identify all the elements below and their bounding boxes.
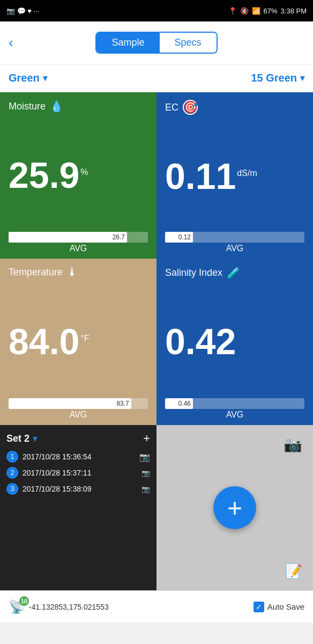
ec-unit: dS/m bbox=[237, 169, 257, 178]
footer-right: ✓ Auto Save bbox=[254, 602, 304, 612]
salinity-icon: 🧪 bbox=[227, 266, 240, 279]
header: ‹ Sample Specs bbox=[0, 21, 313, 64]
list-item: 3 2017/10/28 15:38:09 📷 bbox=[6, 483, 150, 495]
moisture-number: 25.9 bbox=[9, 155, 79, 195]
salinity-number: 0.42 bbox=[165, 321, 236, 362]
set-chevron-icon: ▾ bbox=[33, 434, 37, 444]
moisture-label: Moisture bbox=[9, 101, 46, 112]
temperature-avg-value: 83.7 bbox=[116, 400, 129, 407]
camera-icon-3[interactable]: 📷 bbox=[141, 485, 150, 493]
auto-save-checkbox[interactable]: ✓ bbox=[254, 602, 264, 612]
bottom-right-panel: 📷 + 📝 bbox=[156, 425, 313, 590]
sample-date-3: 2017/10/28 15:38:09 bbox=[23, 485, 137, 493]
salinity-bar-fill: 0.46 bbox=[165, 398, 193, 409]
data-grid: Moisture 💧 25.9% 26.7 AVG EC 🎯 0.11dS/m bbox=[0, 92, 313, 425]
temperature-number: 84.0 bbox=[9, 321, 79, 362]
check-icon: ✓ bbox=[256, 603, 262, 611]
auto-save-label: Auto Save bbox=[267, 602, 304, 611]
tab-group: Sample Specs bbox=[95, 32, 217, 54]
moisture-value: 25.9% bbox=[9, 157, 88, 193]
salinity-avg-label: AVG bbox=[165, 410, 304, 420]
location-icon-wrap: 📡 10 bbox=[9, 599, 25, 614]
camera-icon-2[interactable]: 📷 bbox=[141, 469, 150, 477]
footer-left: 📡 10 -41.132853,175.021553 bbox=[9, 599, 109, 614]
ec-value-area: 0.11dS/m bbox=[165, 115, 304, 232]
coordinates-label: -41.132853,175.021553 bbox=[29, 603, 109, 611]
temperature-avg-bar: 83.7 bbox=[9, 398, 148, 409]
ec-icon: 🎯 bbox=[183, 100, 198, 115]
location-icon: 📍 bbox=[228, 7, 237, 15]
sample-number-1: 1 bbox=[6, 451, 18, 463]
moisture-value-area: 25.9% bbox=[9, 113, 148, 232]
salinity-value: 0.42 bbox=[165, 323, 236, 360]
temperature-cell: Temperature 🌡 84.0°F 83.7 AVG bbox=[0, 259, 156, 425]
salinity-avg-bar: 0.46 bbox=[165, 398, 304, 409]
sample-number-3: 3 bbox=[6, 483, 18, 495]
filter-green-label: Green bbox=[9, 72, 40, 84]
moisture-title: Moisture 💧 bbox=[9, 100, 148, 113]
back-button[interactable]: ‹ bbox=[9, 34, 13, 51]
sample-date-1: 2017/10/28 15:36:54 bbox=[23, 452, 135, 461]
water-drop-icon: 💧 bbox=[50, 100, 63, 113]
time-label: 3:38 PM bbox=[281, 7, 307, 15]
status-bar: 📷 💬 ♥ ··· 📍 🔇 📶 67% 3:38 PM bbox=[0, 0, 313, 21]
temperature-unit: °F bbox=[80, 334, 89, 343]
sample-list: 1 2017/10/28 15:36:54 📷 2 2017/10/28 15:… bbox=[6, 451, 150, 584]
status-right: 📍 🔇 📶 67% 3:38 PM bbox=[228, 7, 307, 15]
temperature-avg-label: AVG bbox=[9, 410, 148, 420]
ec-avg-bar: 0.12 bbox=[165, 232, 304, 243]
salinity-title: Salinity Index 🧪 bbox=[165, 266, 304, 279]
set-label: Set 2 bbox=[6, 433, 29, 444]
filter-green-selector[interactable]: Green ▾ bbox=[9, 72, 47, 84]
moisture-avg-label: AVG bbox=[9, 244, 148, 253]
filter-15green-label: 15 Green bbox=[251, 72, 297, 84]
temperature-value-area: 84.0°F bbox=[9, 279, 148, 398]
temperature-value: 84.0°F bbox=[9, 323, 90, 360]
salinity-cell: Salinity Index 🧪 0.42 0.46 AVG bbox=[156, 259, 313, 425]
ec-label: EC bbox=[165, 102, 178, 113]
salinity-bottom: 0.46 AVG bbox=[165, 398, 304, 420]
mute-icon: 🔇 bbox=[240, 7, 249, 15]
moisture-unit: % bbox=[80, 167, 88, 177]
ec-number: 0.11 bbox=[165, 156, 236, 196]
camera-icon-1[interactable]: 📷 bbox=[139, 452, 150, 462]
battery-label: 67% bbox=[264, 7, 278, 15]
temperature-bar-fill: 83.7 bbox=[9, 398, 131, 409]
wifi-icon: 📶 bbox=[252, 7, 260, 15]
moisture-bar-fill: 26.7 bbox=[9, 232, 127, 243]
edit-action-icon[interactable]: 📝 bbox=[285, 563, 302, 580]
tab-specs[interactable]: Specs bbox=[160, 33, 217, 53]
ec-title: EC 🎯 bbox=[165, 100, 304, 115]
ec-bottom: 0.12 AVG bbox=[165, 232, 304, 253]
list-item: 2 2017/10/28 15:37:11 📷 bbox=[6, 467, 150, 479]
salinity-label: Salinity Index bbox=[165, 267, 222, 279]
temperature-label: Temperature bbox=[9, 267, 63, 278]
chevron-down-icon-right: ▾ bbox=[300, 73, 304, 83]
bottom-section: Set 2 ▾ + 1 2017/10/28 15:36:54 📷 2 2017… bbox=[0, 425, 313, 590]
sample-date-2: 2017/10/28 15:37:11 bbox=[23, 469, 137, 477]
moisture-avg-bar: 26.7 bbox=[9, 232, 148, 243]
set-panel: Set 2 ▾ + 1 2017/10/28 15:36:54 📷 2 2017… bbox=[0, 425, 156, 590]
temperature-bottom: 83.7 AVG bbox=[9, 398, 148, 420]
camera-action-icon[interactable]: 📷 bbox=[284, 436, 302, 453]
thermometer-icon: 🌡 bbox=[67, 266, 78, 279]
ec-avg-value: 0.12 bbox=[178, 233, 191, 241]
tab-sample[interactable]: Sample bbox=[96, 33, 159, 53]
moisture-avg-value: 26.7 bbox=[113, 233, 125, 241]
filter-15green-selector[interactable]: 15 Green ▾ bbox=[251, 72, 304, 84]
chevron-down-icon: ▾ bbox=[43, 73, 47, 83]
list-item: 1 2017/10/28 15:36:54 📷 bbox=[6, 451, 150, 463]
ec-bar-fill: 0.12 bbox=[165, 232, 193, 243]
add-set-button[interactable]: + bbox=[143, 431, 150, 445]
salinity-avg-value: 0.46 bbox=[178, 400, 191, 407]
badge-count: 10 bbox=[19, 596, 29, 606]
footer: 📡 10 -41.132853,175.021553 ✓ Auto Save bbox=[0, 590, 313, 623]
moisture-bottom: 26.7 AVG bbox=[9, 232, 148, 253]
sample-number-2: 2 bbox=[6, 467, 18, 479]
status-icons: 📷 💬 ♥ ··· bbox=[6, 7, 39, 15]
temperature-title: Temperature 🌡 bbox=[9, 266, 148, 279]
add-button[interactable]: + bbox=[213, 486, 256, 529]
status-left-icons: 📷 💬 ♥ ··· bbox=[6, 7, 39, 15]
set-title-group: Set 2 ▾ bbox=[6, 433, 37, 444]
salinity-value-area: 0.42 bbox=[165, 279, 304, 398]
